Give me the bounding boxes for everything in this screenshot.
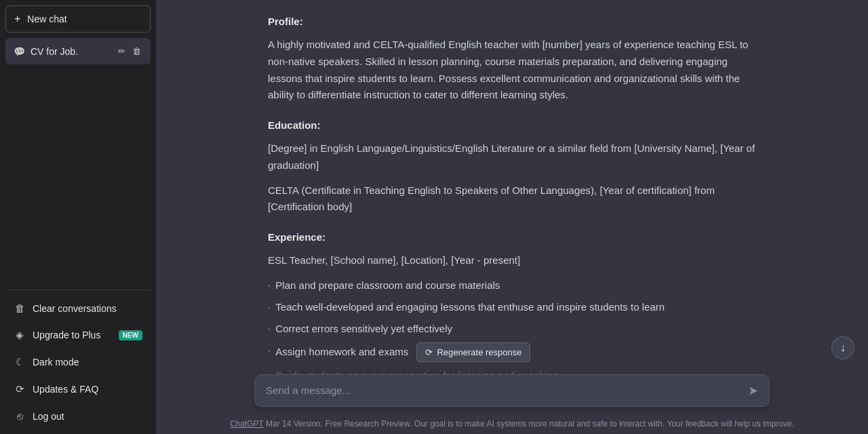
bullet-text: Correct errors sensitively yet effective… [275, 321, 452, 337]
sidebar-item-cv-for-job[interactable]: 💬 CV for Job. ✏ 🗑 [5, 38, 151, 64]
profile-title: Profile: [268, 14, 756, 30]
upgrade-to-plus-label: Upgrade to Plus [33, 330, 100, 340]
upgrade-icon: ◈ [14, 329, 26, 341]
dark-mode-label: Dark mode [33, 357, 79, 368]
bullet-dot: · [268, 301, 270, 314]
footer-note: ChatGPT Mar 14 Version. Free Research Pr… [156, 419, 868, 429]
sidebar-item-dark-mode[interactable]: ☾ Dark mode [5, 349, 151, 375]
scroll-down-icon: ↓ [840, 342, 846, 354]
scroll-to-bottom-button[interactable]: ↓ [831, 336, 854, 359]
education-item-0: [Degree] in English Language/Linguistics… [268, 140, 756, 174]
bullet-text: Plan and prepare classroom and course ma… [275, 277, 500, 294]
regenerate-icon: ⟳ [425, 347, 433, 357]
new-badge: NEW [119, 330, 142, 340]
bullet-text: Teach well-developed and engaging lesson… [275, 299, 665, 315]
plus-icon: + [14, 13, 20, 25]
education-item-1: CELTA (Certificate in Teaching English t… [268, 182, 756, 216]
chat-item-label: CV for Job. [31, 46, 111, 57]
sidebar-item-log-out[interactable]: ⎋ Log out [5, 403, 151, 429]
main-content: Profile: A highly motivated and CELTA-qu… [156, 0, 868, 434]
profile-text: A highly motivated and CELTA-qualified E… [268, 37, 756, 104]
new-chat-label: New chat [27, 14, 66, 24]
regenerate-button[interactable]: ⟳ Regenerate response [416, 342, 530, 362]
sidebar-item-upgrade-to-plus[interactable]: ◈ Upgrade to Plus NEW [5, 322, 151, 348]
footer-link[interactable]: ChatGPT [230, 419, 264, 429]
message-content: Profile: A highly motivated and CELTA-qu… [254, 14, 770, 384]
logout-icon: ⎋ [14, 410, 26, 422]
regenerate-label: Regenerate response [437, 347, 521, 357]
chat-item-actions: ✏ 🗑 [117, 45, 142, 58]
bullet-dot: · [268, 344, 270, 357]
bullet-item-2: · Correct errors sensitively yet effecti… [268, 321, 756, 337]
info-icon: ⟳ [14, 383, 26, 395]
sidebar-bottom: 🗑 Clear conversations ◈ Upgrade to Plus … [5, 290, 151, 429]
sidebar-item-clear-conversations[interactable]: 🗑 Clear conversations [5, 296, 151, 321]
bullet-item-0: · Plan and prepare classroom and course … [268, 277, 756, 294]
moon-icon: ☾ [14, 356, 26, 368]
conversation-list: 💬 CV for Job. ✏ 🗑 [5, 38, 151, 290]
delete-chat-button[interactable]: 🗑 [131, 45, 142, 58]
edit-chat-button[interactable]: ✏ [117, 45, 127, 58]
clear-conversations-label: Clear conversations [33, 303, 117, 314]
send-button[interactable]: ➤ [745, 380, 761, 401]
message-input-wrapper: ➤ [254, 374, 770, 408]
new-chat-button[interactable]: + New chat [5, 5, 151, 33]
sidebar-item-updates-faq[interactable]: ⟳ Updates & FAQ [5, 376, 151, 402]
updates-faq-label: Updates & FAQ [33, 384, 98, 395]
experience-item: ESL Teacher, [School name], [Location], … [268, 252, 756, 269]
input-area: ➤ [156, 374, 868, 408]
bullet-text: Assign homework and exams ⟳ Regenerate r… [275, 342, 530, 362]
bullet-item-3: · Assign homework and exams ⟳ Regenerate… [268, 342, 756, 362]
bullet-dot: · [268, 279, 270, 292]
send-icon: ➤ [748, 384, 758, 397]
log-out-label: Log out [33, 411, 64, 422]
education-title: Education: [268, 117, 756, 134]
experience-title: Experience: [268, 229, 756, 245]
bullet-dot: · [268, 323, 270, 336]
bullet-item-1: · Teach well-developed and engaging less… [268, 299, 756, 315]
sidebar: + New chat 💬 CV for Job. ✏ 🗑 🗑 Clear con… [0, 0, 156, 434]
chat-area: Profile: A highly motivated and CELTA-qu… [156, 0, 868, 434]
chat-icon: 💬 [14, 46, 25, 57]
trash-icon: 🗑 [14, 302, 26, 314]
footer-text: Mar 14 Version. Free Research Preview. O… [264, 419, 794, 429]
bullet-list: · Plan and prepare classroom and course … [268, 277, 756, 362]
message-input[interactable] [266, 383, 736, 399]
